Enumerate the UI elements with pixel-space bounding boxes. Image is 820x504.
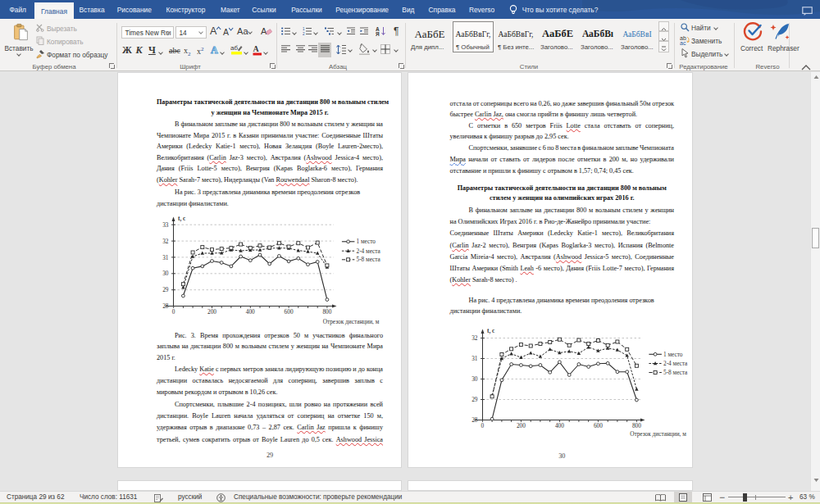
svg-text:32: 32 [162,238,169,245]
svg-text:2-4 места: 2-4 места [357,247,381,255]
svg-text:1: 1 [303,27,305,31]
svg-text:28: 28 [162,302,169,310]
svg-text:200: 200 [517,422,526,429]
svg-text:1 место: 1 место [663,351,683,358]
svg-text:30: 30 [472,375,478,383]
svg-text:31: 31 [162,254,169,261]
svg-text:400: 400 [246,308,255,316]
svg-text:5-8 места: 5-8 места [357,256,381,263]
svg-text:аб: аб [230,44,238,52]
svg-text:0: 0 [172,308,175,316]
svg-text:А: А [253,44,260,53]
svg-text:Я: Я [376,31,380,36]
svg-text:Отрезок дистанции, м: Отрезок дистанции, м [323,318,380,325]
svg-text:t, c: t, c [178,215,186,222]
svg-text:0: 0 [481,422,485,429]
svg-text:t, c: t, c [487,327,495,334]
svg-text:28: 28 [472,416,478,424]
svg-text:29: 29 [162,286,169,293]
svg-text:800: 800 [632,422,641,429]
svg-text:800: 800 [322,308,331,316]
svg-text:5-8 места: 5-8 места [663,369,688,376]
svg-text:33: 33 [162,221,169,229]
svg-text:1 место: 1 место [357,238,376,245]
svg-text:32: 32 [472,334,478,342]
svg-text:Отрезок дистанции, м: Отрезок дистанции, м [630,430,686,438]
svg-text:600: 600 [594,422,603,429]
svg-text:31: 31 [472,355,478,362]
svg-text:2: 2 [303,32,305,36]
svg-text:600: 600 [285,308,294,316]
svg-text:200: 200 [207,308,216,316]
svg-text:2-4 места: 2-4 места [663,360,688,367]
svg-text:30: 30 [162,270,169,277]
svg-text:400: 400 [555,422,564,429]
svg-text:29: 29 [472,396,478,403]
svg-text:ac: ac [680,40,686,45]
